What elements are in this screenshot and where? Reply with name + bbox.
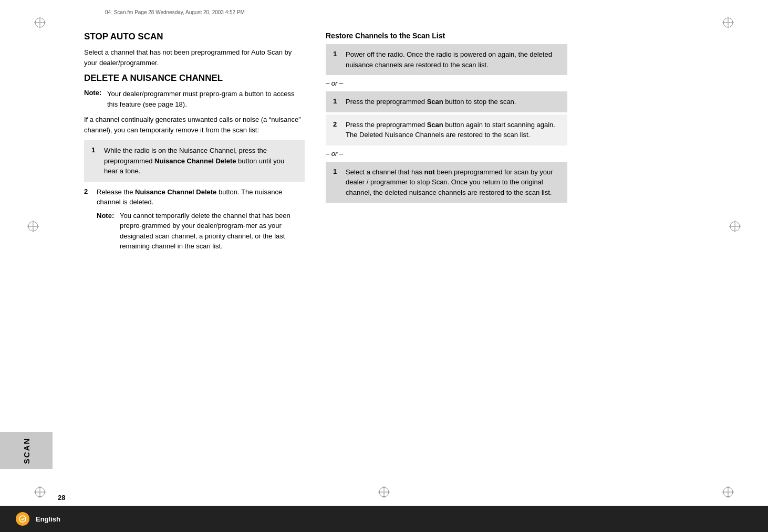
page-number: 28	[58, 494, 65, 502]
delete-nuisance-title: DELETE A NUISANCE CHANNEL	[84, 73, 305, 84]
crosshair-bot-right	[722, 486, 734, 499]
restore-group2-step1-after: button to stop the scan.	[443, 98, 516, 106]
main-content: STOP AUTO SCAN Select a channel that has…	[58, 0, 768, 532]
delete-step2-note-label: Note:	[97, 211, 117, 252]
delete-step1-box: 1 While the radio is on the Nuisance Cha…	[84, 140, 305, 182]
or-divider-1: – or –	[326, 79, 567, 87]
restore-group3-step1-row: 1 Select a channel that has not been pre…	[333, 167, 560, 198]
restore-group3-step1-content: Select a channel that has not been prepr…	[346, 167, 560, 198]
bottom-icon	[16, 512, 29, 526]
bottom-bar: English	[0, 506, 768, 532]
restore-group3-step1-number: 1	[333, 167, 340, 175]
delete-step1-number: 1	[91, 145, 99, 154]
restore-group3-step1-before: Select a channel that has	[346, 168, 424, 176]
stop-auto-scan-title: STOP AUTO SCAN	[84, 32, 305, 42]
delete-step2-number: 2	[84, 187, 91, 195]
page-header: 04_Scan.fm Page 28 Wednesday, August 20,…	[105, 9, 245, 15]
delete-step2-row: 2 Release the Nuisance Channel Delete bu…	[84, 183, 305, 255]
crosshair-top-left	[34, 17, 46, 30]
delete-nuisance-note-text: Your dealer/programmer must prepro-gram …	[107, 89, 305, 109]
delete-step1-content: While the radio is on the Nuisance Chann…	[104, 145, 297, 176]
crosshair-top-right	[722, 17, 734, 30]
restore-group1-step1-row: 1 Power off the radio. Once the radio is…	[333, 49, 560, 70]
restore-group1-step1-number: 1	[333, 49, 340, 58]
restore-group2-step1-number: 1	[333, 97, 340, 105]
delete-step2-note: Note: You cannot temporarily delete the …	[97, 211, 305, 252]
delete-step2-note-text: You cannot temporarily delete the channe…	[120, 211, 305, 252]
restore-group2-step2-content: Press the preprogrammed Scan button agai…	[346, 120, 560, 140]
stop-auto-scan-section: STOP AUTO SCAN Select a channel that has…	[84, 32, 305, 68]
scan-tab-label: SCAN	[22, 437, 31, 464]
restore-group2-step1-content: Press the preprogrammed Scan button to s…	[346, 97, 560, 107]
crosshair-bot-center	[378, 486, 390, 499]
or-divider-2: – or –	[326, 150, 567, 158]
restore-group3-step1-bold: not	[424, 168, 435, 176]
sidebar: SCAN	[0, 0, 58, 532]
page-container: 04_Scan.fm Page 28 Wednesday, August 20,…	[0, 0, 768, 532]
restore-group2-step1-row: 1 Press the preprogrammed Scan button to…	[333, 97, 560, 107]
restore-group1-step1-text: Power off the radio. Once the radio is p…	[346, 49, 560, 70]
restore-group2-step2-row: 2 Press the preprogrammed Scan button ag…	[333, 120, 560, 140]
stop-auto-scan-body: Select a channel that has not been prepr…	[84, 47, 305, 68]
restore-group1-step1-box: 1 Power off the radio. Once the radio is…	[326, 44, 567, 75]
bottom-label: English	[36, 515, 60, 523]
delete-step2-text-before: Release the	[97, 188, 135, 196]
delete-nuisance-section: DELETE A NUISANCE CHANNEL Note: Your dea…	[84, 73, 305, 255]
delete-nuisance-body: If a channel continually generates unwan…	[84, 114, 305, 135]
left-column: STOP AUTO SCAN Select a channel that has…	[84, 32, 305, 511]
restore-group2-step1-before: Press the preprogrammed	[346, 98, 427, 106]
crosshair-bot-left	[34, 486, 46, 499]
restore-group3-step1-box: 1 Select a channel that has not been pre…	[326, 162, 567, 203]
restore-group2-step1-bold: Scan	[427, 98, 443, 106]
crosshair-right-mid	[729, 221, 741, 234]
delete-step1-row: 1 While the radio is on the Nuisance Cha…	[91, 145, 297, 176]
right-column: Restore Channels to the Scan List 1 Powe…	[326, 32, 567, 511]
restore-group2-step1-box: 1 Press the preprogrammed Scan button to…	[326, 91, 567, 112]
restore-title: Restore Channels to the Scan List	[326, 32, 567, 40]
scan-tab: SCAN	[0, 432, 53, 469]
restore-group2-step2-number: 2	[333, 120, 340, 128]
restore-group2-step2-box: 2 Press the preprogrammed Scan button ag…	[326, 114, 567, 145]
crosshair-left-mid	[27, 221, 39, 234]
delete-nuisance-note: Note: Your dealer/programmer must prepro…	[84, 89, 305, 109]
restore-group2-step2-bold: Scan	[427, 121, 443, 129]
delete-step2-bold: Nuisance Channel Delete	[135, 188, 216, 196]
svg-point-21	[19, 516, 26, 522]
delete-step1-bold: Nuisance Channel Delete	[154, 157, 236, 165]
delete-step2-content: Release the Nuisance Channel Delete butt…	[97, 187, 305, 252]
restore-group2-step2-before: Press the preprogrammed	[346, 121, 427, 129]
delete-nuisance-note-label: Note:	[84, 89, 104, 109]
